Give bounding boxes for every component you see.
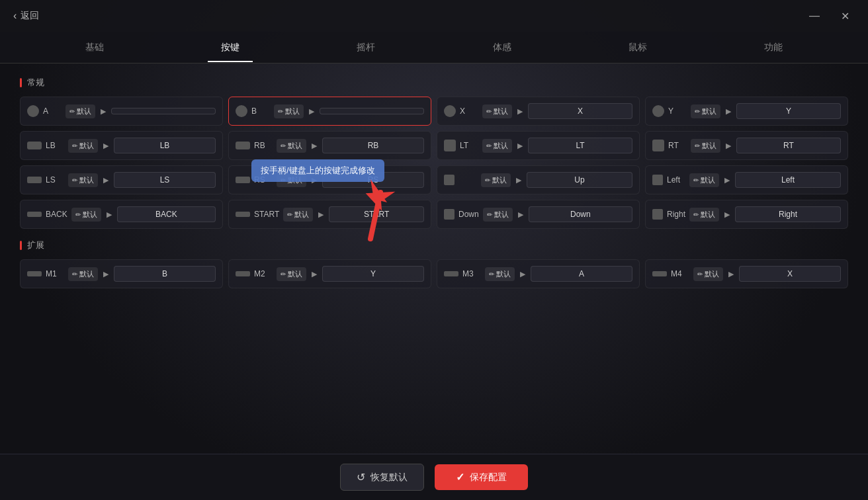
edit-mapping-button[interactable]: ✏默认 [277,173,306,187]
back-arrow-icon: ‹ [13,10,17,22]
restore-button[interactable]: ↺ 恢复默认 [340,464,424,491]
mapping-arrow-button[interactable]: ▶ [310,270,318,278]
mapped-value: Right [735,206,841,222]
edit-mapping-button[interactable]: ✏默认 [68,139,98,153]
mapping-row: M1✏默认▶B [20,259,223,288]
button-icon [444,140,456,151]
tab-jichu[interactable]: 基础 [72,34,117,62]
button-label: M1 [46,269,64,278]
button-label: LB [46,141,64,150]
close-button[interactable]: ✕ [836,9,855,24]
mapping-arrow-button[interactable]: ▶ [724,142,732,150]
tab-yaogan[interactable]: 摇杆 [343,34,388,62]
mapped-value: BACK [117,206,216,222]
tab-bar: 基础 按键 摇杆 体感 鼠标 功能 [0,32,868,63]
button-icon [652,271,667,276]
save-button[interactable]: ✓ 保存配置 [435,464,528,490]
mapping-arrow-button[interactable]: ▶ [724,107,732,116]
mapping-row: Right✏默认▶Right [645,200,848,229]
mapping-row: B✏默认▶ [228,97,431,126]
mapped-value-empty [320,108,424,114]
button-label: Right [667,210,685,219]
edit-mapping-button[interactable]: ✏默认 [68,267,98,281]
section-expand-header: 扩展 [20,239,848,251]
mapping-arrow-button[interactable]: ▶ [723,176,731,185]
mapping-row: RT✏默认▶RT [645,131,848,160]
button-label: M2 [254,269,273,278]
tab-anjian[interactable]: 按键 [208,34,253,62]
edit-mapping-button[interactable]: ✏默认 [689,173,719,187]
edit-mapping-button[interactable]: ✏默认 [68,173,98,187]
button-icon [652,175,663,185]
mapping-arrow-button[interactable]: ▶ [723,210,731,219]
edit-mapping-button[interactable]: ✏默认 [283,208,313,222]
tab-tigan[interactable]: 体感 [480,34,525,62]
button-icon [27,212,42,217]
mapping-row: LS✏默认▶LS [20,165,223,194]
mapping-arrow-button[interactable]: ▶ [310,142,318,150]
mapped-value: Y [322,266,424,282]
mapping-row: LT✏默认▶LT [437,131,640,160]
edit-mapping-button[interactable]: ✏默认 [65,104,95,118]
button-label: RB [254,141,273,150]
window-controls: — ✕ [804,9,855,24]
mapping-arrow-button[interactable]: ▶ [308,107,316,116]
title-bar: ‹ 返回 — ✕ [0,0,868,32]
edit-mapping-button[interactable]: ✏默认 [689,208,719,222]
button-label: A [43,106,62,116]
edit-mapping-button[interactable]: ✏默认 [274,104,304,118]
minimize-button[interactable]: — [804,9,825,24]
mapping-arrow-button[interactable]: ▶ [515,176,523,185]
mapping-row: M2✏默认▶Y [228,259,431,288]
mapping-row: A✏默认▶ [20,97,223,126]
mapping-arrow-button[interactable]: ▶ [105,210,113,219]
mapped-value: A [531,266,632,282]
edit-mapping-button[interactable]: ✏默认 [277,139,306,153]
mapping-arrow-button[interactable]: ▶ [519,270,527,278]
mapping-arrow-button[interactable]: ▶ [102,270,110,278]
edit-mapping-button[interactable]: ✏默认 [482,104,512,118]
button-icon [444,175,455,185]
button-icon [444,271,458,276]
edit-mapping-button[interactable]: ✏默认 [693,267,723,281]
mapping-row: M3✏默认▶A [437,259,640,288]
mapping-arrow-button[interactable]: ▶ [517,210,525,219]
mapping-arrow-button[interactable]: ▶ [317,210,325,219]
edit-mapping-button[interactable]: ✏默认 [482,139,512,153]
button-icon [27,105,39,117]
mapping-arrow-button[interactable]: ▶ [99,107,107,116]
restore-icon: ↺ [357,471,365,483]
tab-gongneng[interactable]: 功能 [751,34,796,62]
edit-mapping-button[interactable]: ✏默认 [485,267,515,281]
edit-mapping-button[interactable]: ✏默认 [71,208,101,222]
button-label: Left [667,175,685,185]
tab-shubiao[interactable]: 鼠标 [615,34,660,62]
edit-mapping-button[interactable]: ✏默认 [691,104,720,118]
button-icon [27,177,42,183]
button-icon [236,177,250,183]
button-label: X [460,106,478,116]
edit-mapping-button[interactable]: ✏默认 [483,208,513,222]
mapped-value: Down [529,206,632,222]
mapped-value: X [739,266,841,282]
mapping-arrow-button[interactable]: ▶ [516,142,524,150]
button-icon [236,105,247,117]
mapping-arrow-button[interactable]: ▶ [102,142,110,150]
section-normal-header: 常规 [20,77,848,89]
mapped-value: LB [114,138,216,153]
mapping-arrow-button[interactable]: ▶ [310,176,318,185]
mapped-value: Left [735,172,841,188]
mapping-arrow-button[interactable]: ▶ [102,176,110,185]
mapping-row: BACK✏默认▶BACK [20,200,223,229]
button-icon [652,209,663,220]
mapped-value: Y [736,103,841,119]
button-icon [444,209,455,220]
edit-mapping-button[interactable]: ✏默认 [481,173,511,187]
edit-mapping-button[interactable]: ✏默认 [277,267,306,281]
mapping-arrow-button[interactable]: ▶ [727,270,735,278]
edit-mapping-button[interactable]: ✏默认 [691,139,720,153]
mapped-value: LS [114,172,216,188]
back-button[interactable]: ‹ 返回 [13,10,39,22]
mapping-arrow-button[interactable]: ▶ [516,107,524,116]
button-label: Y [668,106,687,116]
